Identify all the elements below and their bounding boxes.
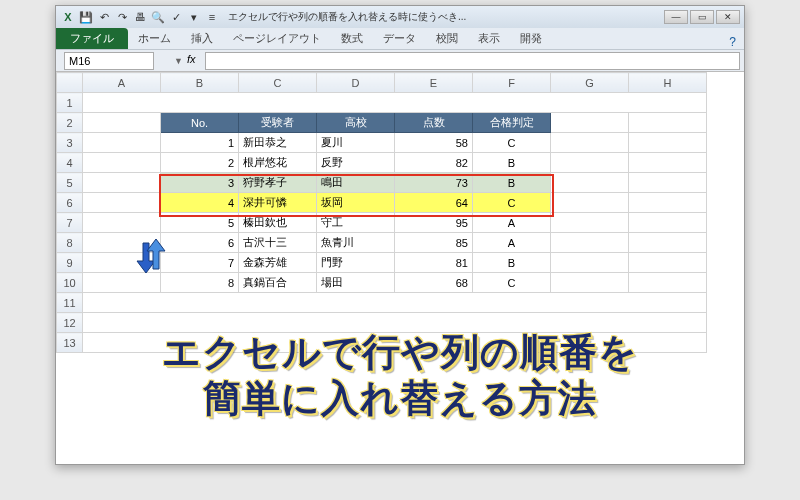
name-box-value: M16 [69,55,90,67]
tab-data[interactable]: データ [373,28,426,49]
row-5-highlighted: 5 3 狩野孝子 鳴田 73 B [57,173,707,193]
column-headers: A B C D E F G H [57,73,707,93]
name-box[interactable]: M16 [64,52,154,70]
col-F[interactable]: F [473,73,551,93]
row-7: 7 5 榛田欽也 守工 95 A [57,213,707,233]
minimize-button[interactable]: — [664,10,688,24]
window-title: エクセルで行や列の順番を入れ替える時に使うべき... [228,10,664,24]
tab-review[interactable]: 校閲 [426,28,468,49]
row-4: 4 2 根岸悠花 反野 82 B [57,153,707,173]
row-2-header: 2 No. 受験者 高校 点数 合格判定 [57,113,707,133]
overlay-caption: エクセルで行や列の順番を 簡単に入れ替える方法 [0,330,800,421]
window-controls: — ▭ ✕ [664,10,740,24]
tab-developer[interactable]: 開発 [510,28,552,49]
formula-input[interactable] [205,52,740,70]
preview-icon[interactable]: 🔍 [150,9,166,25]
close-button[interactable]: ✕ [716,10,740,24]
save-icon[interactable]: 💾 [78,9,94,25]
fx-button[interactable]: fx [187,53,203,69]
maximize-button[interactable]: ▭ [690,10,714,24]
tab-file[interactable]: ファイル [56,28,128,49]
dropdown-icon[interactable]: ▾ [186,9,202,25]
more-icon[interactable]: ≡ [204,9,220,25]
undo-icon[interactable]: ↶ [96,9,112,25]
tab-formulas[interactable]: 数式 [331,28,373,49]
ribbon-tabs: ファイル ホーム 挿入 ページレイアウト 数式 データ 校閲 表示 開発 ? [56,28,744,50]
excel-icon: X [60,9,76,25]
help-icon[interactable]: ? [729,35,736,49]
overlay-line-2: 簡単に入れ替える方法 [0,376,800,422]
col-A[interactable]: A [83,73,161,93]
tab-home[interactable]: ホーム [128,28,181,49]
row-6-highlighted: 6 4 深井可憐 坂岡 64 C [57,193,707,213]
tab-insert[interactable]: 挿入 [181,28,223,49]
row-11: 11 [57,293,707,313]
col-G[interactable]: G [551,73,629,93]
col-H[interactable]: H [629,73,707,93]
print-icon[interactable]: 🖶 [132,9,148,25]
spell-icon[interactable]: ✓ [168,9,184,25]
header-examinee: 受験者 [239,113,317,133]
select-all-corner[interactable] [57,73,83,93]
quick-access-toolbar: X 💾 ↶ ↷ 🖶 🔍 ✓ ▾ ≡ [60,9,220,25]
redo-icon[interactable]: ↷ [114,9,130,25]
name-box-dropdown-icon[interactable]: ▼ [174,56,183,66]
header-school: 高校 [317,113,395,133]
row-3: 3 1 新田恭之 夏川 58 C [57,133,707,153]
header-no: No. [161,113,239,133]
col-C[interactable]: C [239,73,317,93]
formula-bar: M16 ▼ fx [56,50,744,72]
col-B[interactable]: B [161,73,239,93]
col-D[interactable]: D [317,73,395,93]
tab-view[interactable]: 表示 [468,28,510,49]
overlay-line-1: エクセルで行や列の順番を [0,330,800,376]
swap-arrows-icon [131,235,171,277]
header-score: 点数 [395,113,473,133]
row-1: 1 [57,93,707,113]
header-result: 合格判定 [473,113,551,133]
col-E[interactable]: E [395,73,473,93]
title-bar: X 💾 ↶ ↷ 🖶 🔍 ✓ ▾ ≡ エクセルで行や列の順番を入れ替える時に使うべ… [56,6,744,28]
tab-page-layout[interactable]: ページレイアウト [223,28,331,49]
